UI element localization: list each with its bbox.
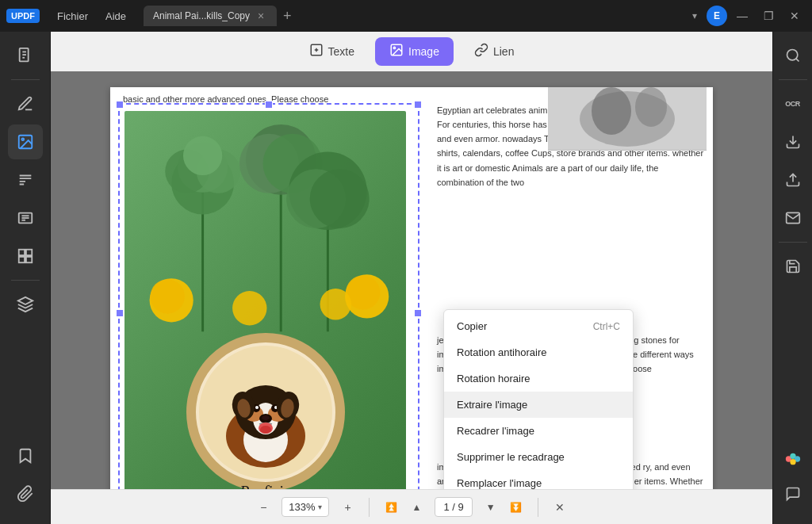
image-icon: [389, 43, 404, 60]
handle-top-right[interactable]: [414, 101, 422, 109]
top-right-image-svg: [548, 87, 707, 151]
svg-rect-13: [25, 257, 31, 262]
svg-rect-11: [25, 250, 31, 255]
context-suppr-recadrage-label: Supprimer le recadrage: [457, 451, 565, 463]
sidebar-export-icon[interactable]: [776, 163, 810, 197]
embroidery-hoop: [186, 333, 345, 489]
svg-point-46: [255, 406, 259, 409]
updf-logo: UPDF: [6, 9, 40, 23]
context-menu-suppr-recadrage[interactable]: Supprimer le recadrage: [444, 444, 633, 470]
menu-fichier[interactable]: Fichier: [49, 7, 96, 25]
context-menu-extraire[interactable]: Extraire l'image: [444, 392, 633, 418]
titlebar: UPDF Fichier Aide Animal Pai...kills_Cop…: [0, 0, 812, 32]
tab-dropdown[interactable]: ▾: [686, 7, 703, 25]
mode-texte-button[interactable]: Texte: [295, 37, 369, 66]
avatar[interactable]: E: [707, 6, 727, 26]
svg-point-34: [320, 289, 351, 319]
context-menu-recadrer[interactable]: Recadrer l'image: [444, 418, 633, 444]
sidebar-icon-pages[interactable]: [8, 239, 43, 273]
close-window-button[interactable]: ✕: [783, 8, 806, 24]
lien-label: Lien: [493, 45, 514, 58]
sidebar-divider-2: [11, 280, 40, 281]
svg-point-49: [262, 415, 270, 420]
toolbar-close-button[interactable]: ✕: [548, 495, 572, 519]
svg-point-37: [310, 169, 370, 228]
svg-marker-14: [17, 297, 32, 304]
sidebar-search-icon[interactable]: [776, 38, 810, 73]
zoom-display: 133% ▾: [282, 497, 329, 517]
sidebar-icon-attachment[interactable]: [8, 476, 43, 511]
sidebar-ocr-icon[interactable]: OCR: [776, 86, 810, 121]
dog-svg: [210, 357, 321, 468]
mode-toolbar: Texte Image Lien: [51, 32, 772, 71]
sidebar-divider-1: [11, 79, 40, 80]
sidebar-save-icon[interactable]: [776, 249, 810, 284]
handle-top-left[interactable]: [116, 101, 124, 109]
svg-rect-12: [18, 257, 24, 262]
zoom-level-text: 133%: [289, 501, 315, 513]
sidebar-icon-bookmark[interactable]: [8, 438, 43, 473]
sidebar-icon-edit[interactable]: [8, 86, 43, 121]
right-sidebar-divider-2: [779, 242, 807, 243]
svg-point-30: [151, 279, 185, 313]
nav-btn-group: ⏫ ▲: [379, 495, 428, 519]
svg-point-17: [393, 47, 395, 48]
content-area: Texte Image Lien: [51, 32, 772, 524]
image-label: Image: [408, 45, 439, 58]
nav-last-button[interactable]: ⏬: [504, 495, 528, 519]
context-menu-rotation-anti[interactable]: Rotation antihoraire: [444, 339, 633, 365]
zoom-in-button[interactable]: +: [335, 495, 359, 519]
sidebar-chat-icon[interactable]: [776, 476, 810, 511]
sidebar-icon-form[interactable]: [8, 201, 43, 235]
zoom-dropdown-icon[interactable]: ▾: [318, 503, 322, 511]
nav-next-button[interactable]: ▼: [479, 495, 503, 519]
context-menu-rotation-horaire[interactable]: Rotation horaire: [444, 365, 633, 392]
handle-left-mid[interactable]: [116, 309, 124, 317]
titlebar-right: E — ❐ ✕: [707, 6, 806, 26]
svg-point-62: [787, 50, 797, 60]
handle-top-mid[interactable]: [265, 101, 273, 109]
sidebar-colorful-icon[interactable]: [776, 442, 810, 476]
context-extraire-label: Extraire l'image: [457, 399, 527, 411]
tab-close-button[interactable]: ×: [255, 10, 267, 22]
embroidery-image: Porfirio: [124, 111, 406, 489]
page-display: 1 / 9: [435, 497, 472, 517]
mode-image-button[interactable]: Image: [375, 37, 454, 66]
svg-point-51: [260, 426, 271, 434]
context-rotation-horaire-label: Rotation horaire: [457, 373, 530, 384]
zoom-out-button[interactable]: −: [251, 495, 275, 519]
mode-lien-button[interactable]: Lien: [460, 37, 528, 66]
main-layout: Texte Image Lien: [0, 32, 812, 524]
svg-line-63: [795, 59, 799, 62]
nav-prev-button[interactable]: ▲: [404, 495, 428, 519]
nav-first-button[interactable]: ⏫: [379, 495, 403, 519]
sidebar-icon-image-edit[interactable]: [8, 124, 43, 159]
minimize-button[interactable]: —: [730, 8, 754, 24]
context-menu-remplacer[interactable]: Remplacer l'image: [444, 470, 633, 489]
menu-aide[interactable]: Aide: [98, 7, 134, 25]
sidebar-share-icon[interactable]: [776, 201, 810, 235]
sidebar-icon-document[interactable]: [8, 38, 43, 73]
pdf-canvas[interactable]: basic and other more advanced ones. Plea…: [51, 71, 772, 489]
sidebar-icon-text-edit[interactable]: [8, 163, 43, 197]
menu-bar: Fichier Aide: [49, 7, 134, 25]
context-menu: Copier Ctrl+C Rotation antihoraire Rotat…: [443, 309, 634, 489]
svg-point-69: [790, 459, 795, 465]
hoop-inner: [199, 346, 332, 479]
texte-icon: [309, 43, 324, 60]
right-sidebar-divider-1: [779, 79, 807, 80]
hoop-outer: [186, 333, 345, 489]
flowers-svg: [124, 111, 406, 334]
tab-animal-painting[interactable]: Animal Pai...kills_Copy ×: [144, 6, 277, 26]
bottom-toolbar: − 133% ▾ + ⏫ ▲ 1 / 9 ▼ ⏬ ✕: [51, 489, 772, 524]
context-copier-label: Copier: [457, 320, 487, 332]
sidebar-import-icon[interactable]: [776, 124, 810, 159]
svg-point-25: [183, 136, 222, 175]
tab-add-button[interactable]: +: [277, 8, 298, 25]
context-recadrer-label: Recadrer l'image: [457, 425, 534, 437]
colorful-svg: [784, 450, 802, 468]
sidebar-icon-layers[interactable]: [8, 287, 43, 322]
context-menu-copier[interactable]: Copier Ctrl+C: [444, 313, 633, 339]
maximize-button[interactable]: ❐: [757, 8, 780, 24]
handle-right-mid[interactable]: [414, 309, 422, 317]
